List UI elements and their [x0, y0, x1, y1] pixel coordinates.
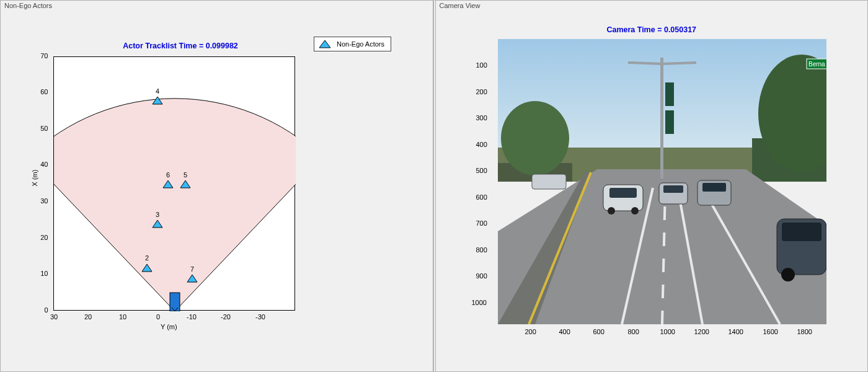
ytick: 60 — [36, 88, 48, 95]
cam-ytick: 100 — [476, 61, 487, 69]
vehicle-ahead-2 — [659, 183, 688, 204]
ytick: 20 — [36, 234, 48, 241]
svg-rect-34 — [702, 183, 726, 192]
svg-marker-0 — [319, 40, 330, 48]
y-axis-label: X (m) — [31, 170, 38, 187]
cam-xtick: 600 — [593, 328, 604, 335]
svg-rect-28 — [609, 188, 637, 198]
cam-xtick: 1600 — [763, 328, 778, 335]
cam-xtick: 200 — [525, 328, 536, 335]
cam-ytick: 1000 — [472, 299, 487, 306]
cam-xtick: 400 — [559, 328, 570, 335]
svg-line-23 — [662, 63, 696, 64]
legend-label: Non-Ego Actors — [337, 40, 384, 48]
svg-rect-25 — [665, 110, 674, 134]
cam-ytick: 900 — [476, 272, 487, 280]
ytick: 30 — [36, 197, 48, 205]
vehicle-right-close — [777, 219, 826, 281]
actor-marker-4[interactable] — [152, 96, 163, 105]
xtick: -10 — [187, 313, 197, 321]
x-axis-label: Y (m) — [161, 323, 177, 330]
camera-frame: Berna — [498, 39, 826, 324]
legend: Non-Ego Actors — [314, 37, 391, 51]
svg-point-29 — [608, 207, 615, 215]
svg-rect-21 — [660, 58, 663, 179]
actor-label-3: 3 — [156, 211, 159, 218]
non-ego-actors-panel: Non-Ego Actors Actor Tracklist Time = 0.… — [0, 0, 433, 372]
svg-point-13 — [501, 101, 569, 175]
svg-marker-4 — [180, 180, 190, 188]
ytick: 40 — [36, 161, 48, 168]
actor-label-5: 5 — [184, 171, 187, 179]
ytick: 70 — [36, 52, 48, 60]
svg-rect-36 — [782, 223, 822, 241]
svg-marker-1 — [142, 264, 152, 272]
svg-rect-24 — [665, 82, 674, 106]
ytick: 10 — [36, 270, 48, 277]
camera-image-axes[interactable]: Berna — [498, 39, 826, 324]
cam-ytick: 500 — [476, 167, 487, 174]
cam-xtick: 1000 — [660, 328, 675, 335]
actor-plot-axes[interactable]: 2 3 4 5 6 7 — [53, 56, 295, 311]
svg-rect-26 — [532, 174, 566, 189]
panel-title-left: Non-Ego Actors — [4, 2, 52, 9]
svg-text:Berna: Berna — [808, 61, 825, 68]
svg-point-30 — [631, 207, 639, 215]
actor-label-2: 2 — [145, 254, 149, 262]
actor-marker-7[interactable] — [187, 274, 198, 283]
svg-marker-2 — [153, 220, 162, 228]
xtick: 10 — [119, 313, 126, 321]
camera-plot-title: Camera Time = 0.050317 — [436, 25, 868, 34]
cam-xtick: 1200 — [694, 328, 709, 335]
actor-marker-6[interactable] — [162, 180, 174, 188]
svg-marker-3 — [153, 97, 162, 104]
camera-view-panel: Camera View Camera Time = 0.050317 — [433, 0, 869, 372]
vehicle-ahead-1 — [603, 185, 643, 215]
xtick: 20 — [84, 313, 92, 321]
cam-ytick: 300 — [476, 114, 487, 122]
vehicle-ahead-3 — [698, 180, 731, 205]
cam-xtick: 800 — [628, 328, 639, 335]
actor-plot-title: Actor Tracklist Time = 0.099982 — [63, 42, 298, 50]
xtick: 30 — [50, 313, 58, 321]
svg-line-22 — [628, 63, 662, 64]
actor-marker-5[interactable] — [180, 180, 191, 188]
svg-marker-6 — [187, 275, 197, 282]
xtick: -20 — [221, 313, 231, 321]
xtick: -30 — [255, 313, 265, 321]
cam-ytick: 800 — [476, 246, 487, 254]
svg-point-37 — [781, 268, 795, 281]
cam-ytick: 600 — [476, 193, 487, 201]
xtick: 0 — [156, 313, 160, 321]
cam-ytick: 700 — [476, 219, 487, 227]
ytick: 50 — [36, 125, 48, 132]
actor-marker-2[interactable] — [141, 264, 153, 272]
sensor-fov — [54, 57, 296, 311]
actor-marker-3[interactable] — [152, 219, 163, 228]
svg-marker-5 — [163, 180, 173, 188]
ego-vehicle-icon — [170, 293, 180, 311]
cam-xtick: 1800 — [797, 328, 812, 335]
legend-marker-icon — [318, 40, 332, 48]
cam-xtick: 1400 — [728, 328, 743, 335]
cam-ytick: 200 — [476, 88, 487, 95]
ytick: 0 — [36, 306, 48, 314]
actor-label-7: 7 — [190, 265, 194, 273]
panel-title-right: Camera View — [440, 2, 480, 9]
actor-label-4: 4 — [156, 87, 159, 95]
cam-ytick: 400 — [476, 141, 487, 148]
svg-rect-32 — [663, 185, 683, 193]
actor-label-6: 6 — [166, 171, 170, 179]
